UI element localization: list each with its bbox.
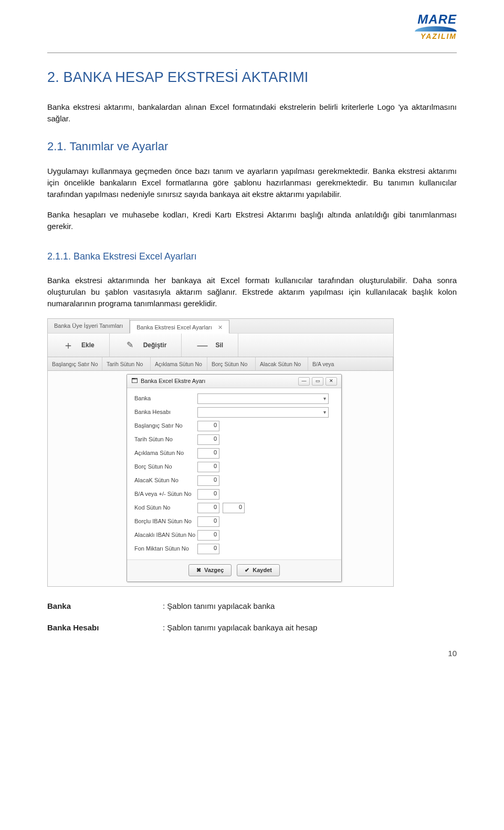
field-label: Açıklama Sütun No [134, 449, 197, 457]
maximize-button[interactable]: ▭ [312, 377, 323, 386]
banka-hesabi-select[interactable] [197, 407, 329, 418]
field-label: B/A veya +/- Sütun No [134, 490, 197, 498]
tab-ekstresi-ayarlari[interactable]: Banka Ekstresi Excel Ayarları ✕ [130, 320, 229, 334]
definition-value: : Şablon tanımı yapılacak bankaya ait he… [163, 622, 317, 633]
field-label: Borç Sütun No [134, 463, 197, 471]
tab-label: Banka Ekstresi Excel Ayarları [136, 324, 212, 330]
definition-row: Banka Hesabı : Şablon tanımı yapılacak b… [47, 622, 457, 633]
brand-subtitle: YAZILIM [415, 32, 457, 42]
toolbar: ＋ Ekle ✎ Değiştir — Sil [47, 333, 394, 357]
body-paragraph-3: Banka ekstresi aktarımında her bankaya a… [47, 275, 457, 309]
kod-input-2[interactable]: 0 [223, 503, 245, 513]
field-label: Tarih Sütun No [134, 435, 197, 443]
column-header[interactable]: B/A veya [308, 357, 393, 370]
ba-input[interactable]: 0 [197, 489, 219, 500]
tab-uye-isyeri[interactable]: Banka Üye İşyeri Tanımları [48, 319, 130, 333]
page-number: 10 [47, 648, 457, 659]
definition-term: Banka [47, 600, 163, 611]
button-label: Ekle [81, 341, 94, 350]
cancel-icon: ✖ [196, 566, 201, 574]
field-label: Alacaklı IBAN Sütun No [134, 531, 197, 539]
grid-header: Başlangıç Satır No Tarih Sütun No Açıkla… [47, 357, 394, 371]
button-label: Değiştir [143, 341, 167, 350]
field-label: Banka Hesabı [134, 408, 197, 416]
borclu-iban-input[interactable]: 0 [197, 516, 219, 527]
edit-button[interactable]: ✎ Değiştir [110, 334, 182, 357]
column-header[interactable]: Tarih Sütun No [102, 357, 151, 370]
save-button[interactable]: ✔ Kaydet [237, 564, 280, 576]
brand-name: MARE [415, 11, 457, 28]
subsection-heading: 2.1. Tanımlar ve Ayarlar [47, 139, 457, 155]
check-icon: ✔ [245, 566, 249, 574]
header-divider [47, 53, 457, 53]
brand-logo: MARE YAZILIM [415, 11, 457, 42]
button-label: Sil [215, 341, 223, 350]
minimize-button[interactable]: — [298, 377, 310, 386]
column-header[interactable]: Borç Sütun No [207, 357, 256, 370]
body-paragraph-2: Banka hesapları ve muhasebe kodları, Kre… [47, 209, 457, 232]
banka-select[interactable] [197, 393, 329, 404]
button-label: Kaydet [253, 566, 272, 574]
kod-input-1[interactable]: 0 [197, 503, 219, 513]
cancel-button[interactable]: ✖ Vazgeç [188, 564, 232, 576]
tab-label: Banka Üye İşyeri Tanımları [54, 323, 123, 329]
tab-bar: Banka Üye İşyeri Tanımları Banka Ekstres… [47, 318, 394, 333]
section-heading: 2. BANKA HESAP EKSTRESİ AKTARIMI [47, 68, 457, 88]
baslangic-input[interactable]: 0 [197, 421, 219, 431]
minus-icon: — [196, 338, 208, 352]
column-header[interactable]: Alacak Sütun No [256, 357, 308, 370]
field-label: AlacaK Sütun No [134, 476, 197, 484]
field-label: Başlangıç Satır No [134, 422, 197, 430]
definitions: Banka : Şablon tanımı yapılacak banka Ba… [47, 600, 457, 633]
borc-input[interactable]: 0 [197, 462, 219, 472]
field-label: Fon Miktarı Sütun No [134, 545, 197, 553]
fon-input[interactable]: 0 [197, 544, 219, 554]
plus-icon: ＋ [62, 338, 74, 352]
column-header[interactable]: Başlangıç Satır No [48, 357, 102, 370]
pencil-icon: ✎ [124, 339, 136, 351]
delete-button[interactable]: — Sil [182, 334, 238, 357]
definition-row: Banka : Şablon tanımı yapılacak banka [47, 600, 457, 611]
settings-dialog: 🗔 Banka Excel Ekstre Ayarı — ▭ ✕ Banka [127, 374, 342, 582]
body-paragraph-1: Uygulamayı kullanmaya geçmeden önce bazı… [47, 165, 457, 200]
close-icon[interactable]: ✕ [218, 324, 223, 330]
field-label: Banka [134, 395, 197, 402]
intro-paragraph: Banka ekstresi aktarımı, bankalardan alı… [47, 101, 457, 124]
dialog-titlebar: 🗔 Banka Excel Ekstre Ayarı — ▭ ✕ [127, 375, 341, 388]
alacak-input[interactable]: 0 [197, 475, 219, 486]
dialog-title-text: Banka Excel Ekstre Ayarı [141, 377, 205, 385]
dialog-body: Banka Banka Hesabı Başlangıç Satır No 0 … [127, 388, 341, 559]
close-button[interactable]: ✕ [326, 377, 337, 386]
alacakli-iban-input[interactable]: 0 [197, 530, 219, 541]
subsubsection-heading: 2.1.1. Banka Ekstresi Excel Ayarları [47, 250, 457, 263]
aciklama-input[interactable]: 0 [197, 448, 219, 459]
dialog-footer: ✖ Vazgeç ✔ Kaydet [127, 559, 341, 582]
field-label: Borçlu IBAN Sütun No [134, 517, 197, 525]
definition-value: : Şablon tanımı yapılacak banka [163, 600, 275, 611]
window-icon: 🗔 [131, 377, 138, 386]
button-label: Vazgeç [204, 566, 224, 574]
field-label: Kod Sütun No [134, 504, 197, 512]
add-button[interactable]: ＋ Ekle [48, 334, 110, 357]
app-screenshot: Banka Üye İşyeri Tanımları Banka Ekstres… [47, 318, 394, 587]
column-header[interactable]: Açıklama Sütun No [151, 357, 207, 370]
tarih-input[interactable]: 0 [197, 434, 219, 445]
grid-body: 🗔 Banka Excel Ekstre Ayarı — ▭ ✕ Banka [47, 371, 394, 587]
definition-term: Banka Hesabı [47, 622, 163, 633]
